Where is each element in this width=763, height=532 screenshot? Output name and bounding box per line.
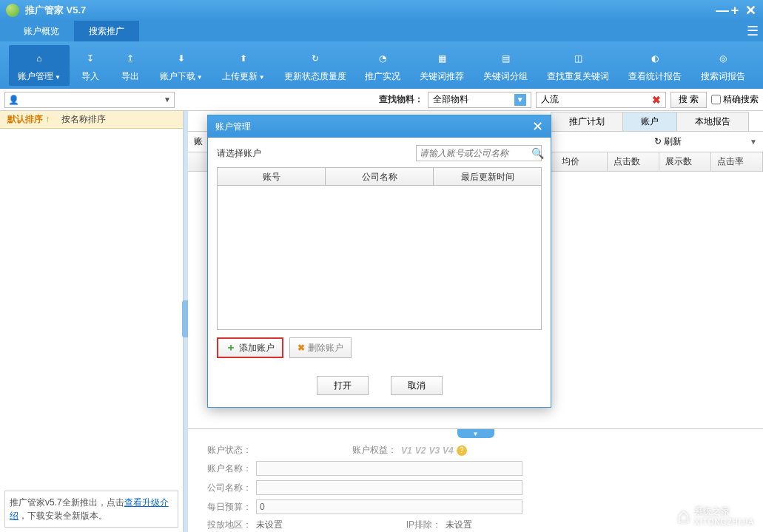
- sidebar-footer: 推广管家v5.7全新推出，点击查看升级介绍，下载安装全新版本。: [4, 491, 178, 528]
- sidebar: 默认排序 ↑ 按名称排序 推广管家v5.7全新推出，点击查看升级介绍，下载安装全…: [0, 111, 184, 532]
- subtab-account[interactable]: 账户: [622, 112, 677, 131]
- minimize-button[interactable]: —: [713, 3, 727, 18]
- bottom-panel: ▼ 账户状态： 账户权益： V1 V2 V3 V4 ? 账户名称： 公司名称：: [188, 428, 763, 532]
- subtab-local-report[interactable]: 本地报告: [676, 112, 749, 131]
- refresh-icon: ↻: [654, 136, 662, 147]
- maximize-button[interactable]: +: [727, 3, 742, 18]
- ip-exclude-label: IP排除：: [389, 519, 441, 531]
- company-name-label: 公司名称：: [200, 482, 252, 494]
- dialog-grid: 账号 公司名称 最后更新时间: [217, 167, 542, 330]
- delete-account-button[interactable]: ✖ 删除账户: [289, 337, 352, 358]
- tiles-icon: ▤: [502, 48, 510, 69]
- delete-icon: ✖: [298, 343, 305, 353]
- region-value: 未设置: [256, 519, 389, 531]
- col-clicks[interactable]: 点击数: [608, 152, 659, 171]
- piechart-icon: ◐: [651, 48, 659, 69]
- dialog-col-updated[interactable]: 最后更新时间: [434, 168, 541, 185]
- dialog-grid-header: 账号 公司名称 最后更新时间: [218, 168, 541, 186]
- keyword-input-wrap: ✖: [536, 92, 666, 108]
- dialog-col-account[interactable]: 账号: [218, 168, 326, 185]
- tab-account-overview[interactable]: 账户概览: [9, 21, 74, 41]
- exact-search-input[interactable]: [711, 95, 721, 104]
- rights-label: 账户权益：: [345, 444, 397, 457]
- account-name-label: 账户名称：: [200, 462, 252, 475]
- collapse-handle[interactable]: ▼: [457, 429, 494, 438]
- dialog-header[interactable]: 账户管理 ✕: [208, 115, 551, 138]
- v-level-icons: V1 V2 V3 V4 ?: [401, 445, 467, 456]
- toolbar-search-term-report[interactable]: ◎ 搜索词报告: [692, 45, 754, 86]
- toolbar-promotion-live[interactable]: ◔ 推广实况: [356, 45, 409, 86]
- dialog-search-input[interactable]: [420, 148, 531, 158]
- dialog-search[interactable]: 🔍: [416, 145, 542, 161]
- chevron-down-icon[interactable]: ▼: [164, 95, 171, 104]
- target-icon: ◎: [719, 48, 727, 69]
- toolbar-update-quality[interactable]: ↻ 更新状态质量度: [275, 45, 355, 86]
- upload-icon: ⬆: [240, 48, 247, 69]
- export-icon: ↥: [127, 48, 134, 69]
- subtab-plan[interactable]: 推广计划: [551, 112, 623, 131]
- dialog-title: 账户管理: [215, 121, 251, 133]
- clear-icon[interactable]: ✖: [652, 94, 661, 106]
- grid-icon: ▦: [438, 48, 446, 69]
- sidebar-search[interactable]: 👤 ▼: [4, 92, 175, 108]
- material-label: 查找物料：: [379, 93, 423, 106]
- toolbar-keyword-group[interactable]: ▤ 关键词分组: [474, 45, 537, 86]
- material-select[interactable]: 全部物料 ▼: [428, 92, 531, 108]
- help-icon[interactable]: ?: [457, 445, 467, 456]
- hamburger-menu-icon[interactable]: ☰: [742, 21, 763, 41]
- sort-default[interactable]: 默认排序 ↑: [7, 113, 50, 126]
- col-impressions[interactable]: 展示数: [659, 152, 711, 171]
- open-button[interactable]: 打开: [317, 376, 369, 395]
- add-account-button[interactable]: ＋ 添加账户: [217, 337, 283, 358]
- dialog-prompt: 请选择账户: [217, 147, 261, 160]
- region-label: 投放地区：: [200, 519, 252, 531]
- titlebar: 推广管家 V5.7 — + ✕: [0, 0, 763, 21]
- toolbar-export[interactable]: ↥ 导出: [111, 45, 149, 86]
- close-button[interactable]: ✕: [742, 2, 757, 18]
- toolbar-import[interactable]: ↧ 导入: [71, 45, 110, 86]
- col-avg-price[interactable]: 均价: [556, 152, 608, 171]
- app-title: 推广管家 V5.7: [25, 4, 713, 17]
- toolbar-account-manage[interactable]: ⌂ 账户管理▼: [9, 45, 70, 86]
- main-toolbar: ⌂ 账户管理▼ ↧ 导入 ↥ 导出 ⬇ 账户下载▼ ⬆ 上传更新▼ ↻ 更新状态…: [0, 41, 763, 89]
- chevron-down-icon[interactable]: ▼: [750, 138, 757, 146]
- toolbar-find-duplicate[interactable]: ◫ 查找重复关键词: [538, 45, 618, 86]
- ip-exclude-value: 未设置: [446, 519, 472, 531]
- account-manage-dialog: 账户管理 ✕ 请选择账户 🔍 账号 公司名称 最后更新时间 ＋ 添加账户 ✖: [207, 115, 551, 408]
- duplicate-icon: ◫: [574, 48, 582, 69]
- tab-search-promotion[interactable]: 搜索推广: [74, 21, 139, 41]
- sort-by-name[interactable]: 按名称排序: [61, 113, 106, 126]
- cancel-button[interactable]: 取消: [391, 376, 443, 395]
- sort-header: 默认排序 ↑ 按名称排序: [0, 111, 183, 129]
- search-button[interactable]: 搜 索: [670, 92, 707, 108]
- exact-search-checkbox[interactable]: 精确搜索: [711, 93, 759, 106]
- sidebar-search-input[interactable]: [22, 95, 164, 105]
- import-icon: ↧: [87, 48, 94, 69]
- keyword-input[interactable]: [541, 95, 652, 105]
- material-select-value: 全部物料: [433, 93, 468, 106]
- clock-icon: ◔: [379, 48, 386, 69]
- col-ctr[interactable]: 点击率: [711, 152, 763, 171]
- toolbar-keyword-recommend[interactable]: ▦ 关键词推荐: [411, 45, 473, 86]
- refresh-icon: ↻: [312, 48, 319, 69]
- search-icon[interactable]: 🔍: [531, 147, 544, 159]
- toolbar-upload-update[interactable]: ⬆ 上传更新▼: [213, 45, 274, 86]
- user-icon: 👤: [8, 95, 19, 105]
- search-row: 👤 ▼ 查找物料： 全部物料 ▼ ✖ 搜 索 精确搜索: [0, 89, 763, 111]
- top-tabs: 账户概览 搜索推广 ☰: [0, 21, 763, 41]
- home-icon: ⌂: [36, 48, 41, 69]
- budget-label: 每日预算：: [200, 501, 252, 514]
- app-logo-icon: [6, 4, 19, 17]
- company-name-input[interactable]: [256, 480, 522, 495]
- chevron-down-icon: ▼: [514, 94, 526, 106]
- refresh-button[interactable]: ↻ 刷新: [654, 135, 682, 148]
- budget-input[interactable]: 0: [256, 499, 522, 514]
- toolbar-stats-report[interactable]: ◐ 查看统计报告: [619, 45, 690, 86]
- dialog-close-icon[interactable]: ✕: [532, 118, 543, 135]
- toolbar-account-download[interactable]: ⬇ 账户下载▼: [151, 45, 212, 86]
- content-toolbar-label: 账: [194, 135, 203, 148]
- plus-icon: ＋: [226, 341, 236, 354]
- dialog-col-company[interactable]: 公司名称: [326, 168, 434, 185]
- account-name-input[interactable]: [256, 461, 522, 476]
- status-label: 账户状态：: [200, 444, 252, 457]
